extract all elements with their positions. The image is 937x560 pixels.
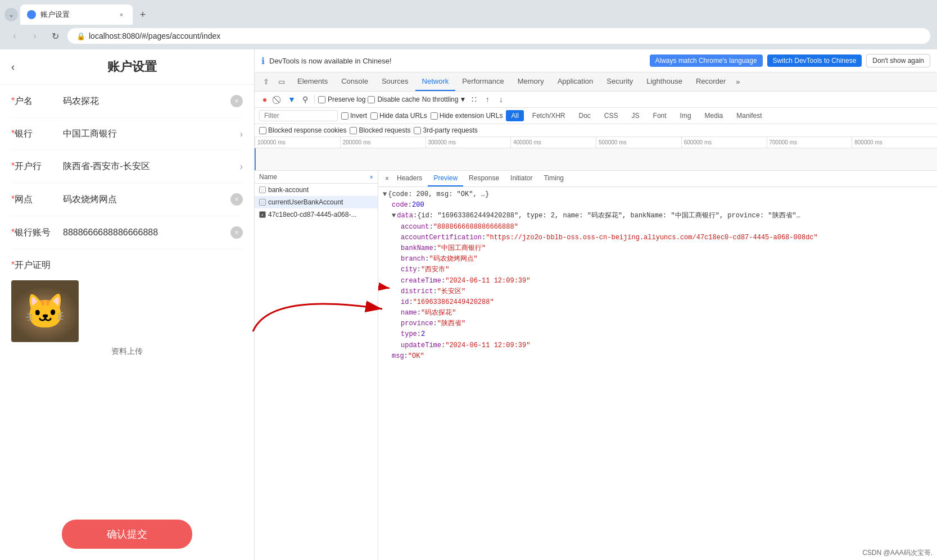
filter-font[interactable]: Font [648,110,672,121]
detail-tab-bar: × Headers Preview Response Initiator Tim… [378,171,937,187]
json-colon-code: : [408,200,412,211]
json-createtime-line: createTime : "2024-06-11 12:09:39" [383,276,933,286]
network-item-bank-account[interactable]: □ bank-account [255,184,378,196]
timeline-mark-2: 200000 ms [340,137,426,148]
tab-close-button[interactable]: × [117,10,126,19]
network-conditions-icon[interactable]: ∷ [468,94,479,105]
json-viewer[interactable]: ▼ {code: 200, msg: "OK", …} code : 200 ▼ [378,187,937,560]
filter-css[interactable]: CSS [599,110,623,121]
preserve-log-input[interactable] [318,96,325,103]
throttle-select[interactable]: No throttling ▼ [422,95,467,103]
match-language-button[interactable]: Always match Chrome's language [650,54,763,67]
json-value-code: 200 [412,200,424,211]
filter-button[interactable]: ▼ [286,94,297,105]
json-value-msg: "OK" [408,351,424,362]
filter-doc[interactable]: Doc [574,110,596,121]
dont-show-again-button[interactable]: Don't show again [866,54,930,67]
tab-security[interactable]: Security [600,72,640,91]
tab-initiator[interactable]: Initiator [505,171,538,186]
json-key-type: type [401,329,417,340]
tab-application[interactable]: Application [551,72,600,91]
tab-recorder[interactable]: Recorder [689,72,732,91]
network-item-name: 47c18ec0-cd87-4445-a068-... [268,211,356,218]
network-point-clear-button[interactable]: × [230,193,243,206]
hide-ext-urls-input[interactable] [431,112,438,120]
record-button[interactable]: ● [259,94,270,105]
tab-headers[interactable]: Headers [391,171,428,186]
blocked-response-cookies-input[interactable] [259,127,266,134]
invert-input[interactable] [341,112,348,120]
tab-response[interactable]: Response [463,171,505,186]
import-har-button[interactable]: ↑ [482,94,493,105]
filter-media[interactable]: Media [700,110,728,121]
tab-network[interactable]: Network [415,72,456,91]
new-tab-button[interactable]: + [135,7,151,22]
timeline-cursor [255,148,256,171]
invert-checkbox[interactable]: Invert [341,112,367,120]
bank-row[interactable]: *银行 中国工商银行 › [11,118,243,151]
hide-data-urls-input[interactable] [370,112,378,120]
network-item-image[interactable]: ▪ 47c18ec0-cd87-4445-a068-... [255,208,378,221]
more-tabs-button[interactable]: » [732,73,743,90]
filter-img[interactable]: Img [675,110,696,121]
hide-data-urls-checkbox[interactable]: Hide data URLs [370,112,427,120]
disable-cache-input[interactable] [368,96,375,103]
tab-title: 账户设置 [40,10,112,20]
filter-input[interactable] [259,110,338,121]
tab-memory[interactable]: Memory [511,72,551,91]
username-label: *户名 [11,95,56,107]
tab-elements[interactable]: Elements [291,72,334,91]
json-name-line: name : "码农探花" [383,308,933,318]
bank-account-clear-button[interactable]: × [230,226,243,239]
blocked-requests-input[interactable] [350,127,357,134]
tab-group-button[interactable]: ⌄ [4,8,18,21]
browser-tab[interactable]: 账户设置 × [20,4,133,25]
tab-preview[interactable]: Preview [428,171,463,186]
preserve-log-checkbox[interactable]: Preserve log [318,95,365,103]
close-detail-x-button[interactable]: × [383,175,391,183]
third-party-requests-checkbox[interactable]: 3rd-party requests [414,126,477,134]
filter-manifest[interactable]: Manifest [731,110,767,121]
blocked-response-cookies-checkbox[interactable]: Blocked response cookies [259,126,346,134]
address-field[interactable]: 🔒 localhost:8080/#/pages/account/index [67,28,930,44]
blocked-requests-label: Blocked requests [359,126,410,134]
tab-sources[interactable]: Sources [375,72,415,91]
devtools-panel: ℹ DevTools is now available in Chinese! … [255,49,937,560]
device-mode-icon[interactable]: ▭ [275,75,288,89]
search-button[interactable]: ⚲ [300,94,311,105]
json-account-line: account : "8888666688886666888" [383,222,933,233]
clear-button[interactable]: ⃠ [273,94,284,105]
network-list: Name × □ bank-account □ currentUserBankA… [255,171,378,560]
network-item-name: currentUserBankAccount [268,198,343,206]
username-clear-button[interactable]: × [230,95,243,107]
json-collapse-root[interactable]: ▼ [383,189,387,200]
filter-all[interactable]: All [506,110,523,121]
tab-timing[interactable]: Timing [538,171,569,186]
page-back-button[interactable]: ‹ [11,61,15,73]
network-item-current-user-bank-account[interactable]: □ currentUserBankAccount [255,196,378,208]
tab-performance[interactable]: Performance [455,72,510,91]
export-har-button[interactable]: ↓ [495,94,506,105]
json-colon-branch: : [425,254,429,265]
branch-row[interactable]: *开户行 陕西省-西安市-长安区 › [11,151,243,183]
inspect-element-icon[interactable]: ⇧ [259,75,273,89]
json-collapse-data[interactable]: ▼ [392,211,396,221]
refresh-button[interactable]: ↻ [47,28,63,44]
disable-cache-checkbox[interactable]: Disable cache [368,95,419,103]
filter-js[interactable]: JS [627,110,645,121]
close-detail-button[interactable]: × [370,174,373,180]
back-button[interactable]: ‹ [7,28,22,44]
submit-button[interactable]: 确认提交 [62,520,192,549]
tab-console[interactable]: Console [334,72,375,91]
tab-lighthouse[interactable]: Lighthouse [640,72,689,91]
json-key-bankname: bankName [401,243,433,254]
forward-button[interactable]: › [27,28,43,44]
switch-to-chinese-button[interactable]: Switch DevTools to Chinese [767,54,862,67]
bank-value: 中国工商银行 [63,128,240,140]
blocked-requests-checkbox[interactable]: Blocked requests [350,126,410,134]
third-party-requests-input[interactable] [414,127,421,134]
filter-fetch-xhr[interactable]: Fetch/XHR [527,110,571,121]
json-key-city: city [401,265,417,275]
toolbar-divider-1 [314,95,315,104]
hide-ext-urls-checkbox[interactable]: Hide extension URLs [431,112,503,120]
